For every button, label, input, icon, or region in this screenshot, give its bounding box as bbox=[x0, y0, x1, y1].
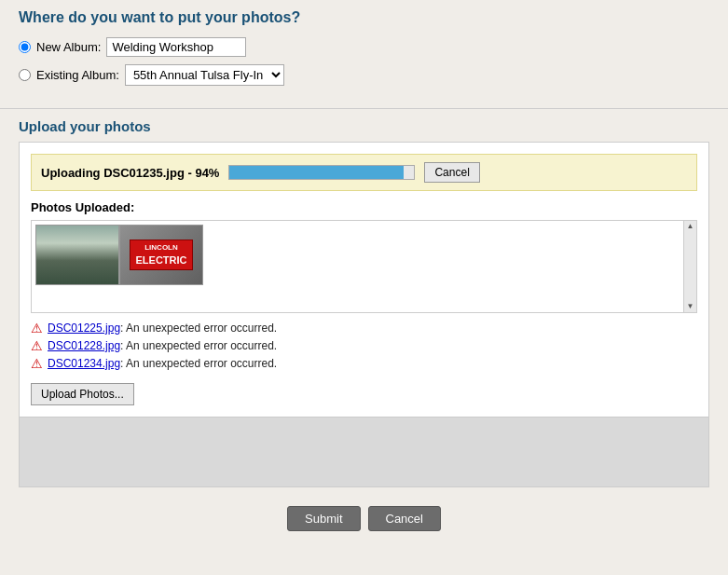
top-section: Where do you want to put your photos? Ne… bbox=[0, 0, 728, 109]
error-list: ⚠ DSC01225.jpg : An unexpected error occ… bbox=[31, 321, 697, 371]
upload-status-text: Uploading DSC01235.jpg - 94% bbox=[41, 166, 219, 180]
footer-buttons: Submit Cancel bbox=[0, 487, 728, 541]
upload-progress-container: Uploading DSC01235.jpg - 94% Cancel bbox=[31, 154, 697, 191]
error-message-2: : An unexpected error occurred. bbox=[120, 357, 277, 370]
photos-uploaded-label: Photos Uploaded: bbox=[31, 200, 697, 214]
error-filename-2[interactable]: DSC01234.jpg bbox=[48, 357, 120, 370]
page-wrapper: Where do you want to put your photos? Ne… bbox=[0, 0, 728, 575]
photo-thumb-2: LINCOLN ELECTRIC bbox=[119, 225, 203, 285]
submit-button[interactable]: Submit bbox=[287, 506, 360, 531]
error-item-1: ⚠ DSC01228.jpg : An unexpected error occ… bbox=[31, 338, 697, 353]
scroll-down-icon[interactable]: ▼ bbox=[687, 303, 694, 310]
error-message-1: : An unexpected error occurred. bbox=[120, 339, 277, 352]
photos-grid-area: LINCOLN ELECTRIC ▲ ▼ bbox=[31, 220, 697, 313]
upload-content-area: Uploading DSC01235.jpg - 94% Cancel Phot… bbox=[19, 142, 709, 418]
thumb2-sign-wrap: LINCOLN ELECTRIC bbox=[130, 240, 193, 270]
new-album-input[interactable] bbox=[106, 37, 246, 57]
error-icon-0: ⚠ bbox=[31, 321, 43, 335]
photo-thumb-1 bbox=[35, 225, 119, 285]
thumb1-inner bbox=[36, 226, 118, 284]
new-album-radio[interactable] bbox=[19, 41, 31, 53]
error-filename-1[interactable]: DSC01228.jpg bbox=[48, 339, 120, 352]
progress-bar-inner bbox=[229, 166, 403, 179]
existing-select-wrapper: 55th Annual Tulsa Fly-In bbox=[125, 64, 284, 86]
new-album-label: New Album: bbox=[36, 40, 101, 54]
main-question: Where do you want to put your photos? bbox=[19, 9, 709, 26]
error-icon-1: ⚠ bbox=[31, 338, 43, 353]
upload-cancel-button[interactable]: Cancel bbox=[424, 162, 479, 183]
error-icon-2: ⚠ bbox=[31, 356, 43, 371]
existing-album-label: Existing Album: bbox=[36, 68, 119, 82]
existing-album-select[interactable]: 55th Annual Tulsa Fly-In bbox=[125, 64, 284, 86]
upload-section-title: Upload your photos bbox=[0, 109, 728, 142]
scrollbar[interactable]: ▲ ▼ bbox=[683, 221, 696, 312]
progress-bar-outer bbox=[228, 165, 415, 180]
error-item-0: ⚠ DSC01225.jpg : An unexpected error occ… bbox=[31, 321, 697, 335]
upload-photos-button[interactable]: Upload Photos... bbox=[31, 383, 134, 405]
existing-album-radio[interactable] bbox=[19, 69, 31, 81]
thumb2-sign: LINCOLN ELECTRIC bbox=[130, 240, 193, 270]
thumb2-sign-bottom: ELECTRIC bbox=[135, 253, 187, 267]
error-item-2: ⚠ DSC01234.jpg : An unexpected error occ… bbox=[31, 356, 697, 371]
scroll-up-icon[interactable]: ▲ bbox=[687, 223, 694, 230]
error-filename-0[interactable]: DSC01225.jpg bbox=[48, 322, 120, 335]
thumb2-sign-top: LINCOLN bbox=[135, 243, 187, 253]
new-album-row: New Album: bbox=[19, 37, 709, 57]
existing-album-row: Existing Album: 55th Annual Tulsa Fly-In bbox=[19, 64, 709, 86]
error-message-0: : An unexpected error occurred. bbox=[120, 322, 277, 335]
empty-area bbox=[19, 418, 709, 487]
cancel-footer-button[interactable]: Cancel bbox=[368, 506, 441, 531]
